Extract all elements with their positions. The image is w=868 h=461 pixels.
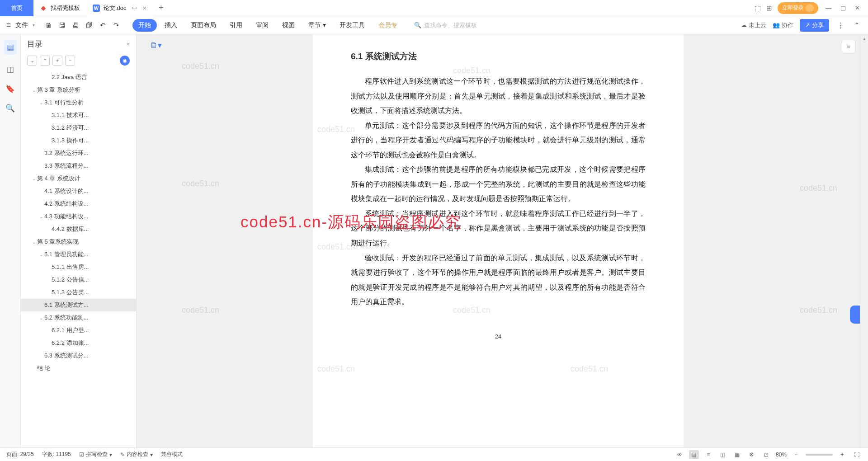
outline-icon[interactable]: ▤ xyxy=(4,40,17,55)
ribbon-tab-6[interactable]: 章节 ▾ xyxy=(302,19,332,32)
redo-icon[interactable]: ↷ xyxy=(112,20,122,30)
page-options-icon[interactable]: 🗎▾ xyxy=(150,41,162,50)
collab-button[interactable]: 👥 协作 xyxy=(773,21,793,29)
outline-item[interactable]: 3.1.3 操作可... xyxy=(21,134,136,147)
apps-icon[interactable]: ⊞ xyxy=(766,4,772,12)
outline-item[interactable]: ⌄3.1 可行性分析 xyxy=(21,96,136,109)
outline-item[interactable]: 5.1.3 公告类... xyxy=(21,286,136,299)
ribbon-icon[interactable]: 🔖 xyxy=(5,84,15,94)
print-preview-icon[interactable]: 🗐 xyxy=(85,20,94,30)
scroll-up-icon[interactable]: ▲ xyxy=(862,36,867,41)
outline-item[interactable]: 4.1 系统设计的... xyxy=(21,185,136,198)
undo-icon[interactable]: ↶ xyxy=(98,20,108,30)
zoom-slider[interactable] xyxy=(806,454,833,456)
zoom-level[interactable]: 80% xyxy=(776,452,787,458)
expand-icon[interactable]: ⌃ xyxy=(852,20,862,30)
spellcheck-button[interactable]: ☑ 拼写检查 ▾ xyxy=(79,451,112,458)
tab-home[interactable]: 首页 xyxy=(0,0,33,16)
minimize-button[interactable]: — xyxy=(824,5,833,11)
outline-item[interactable]: 6.3 系统测试分... xyxy=(21,349,136,362)
layout-icon[interactable]: ⬚ xyxy=(755,4,761,12)
template-icon: ◆ xyxy=(40,5,47,12)
page-number: 24 xyxy=(351,333,646,340)
settings-icon[interactable]: ⚙ xyxy=(747,450,757,459)
view-read-icon[interactable]: ▦ xyxy=(732,450,742,459)
remove-icon[interactable]: − xyxy=(65,56,75,66)
outline-item[interactable]: 4.2 系统结构设... xyxy=(21,198,136,210)
outline-item[interactable]: 6.2.1 用户登... xyxy=(21,324,136,337)
ribbon-tab-3[interactable]: 引用 xyxy=(224,19,248,32)
view-outline-icon[interactable]: ≡ xyxy=(703,450,713,459)
outline-item[interactable]: 4.4.2 数据库... xyxy=(21,223,136,235)
expand-all-icon[interactable]: ⌃ xyxy=(40,56,50,66)
collapse-all-icon[interactable]: ⌄ xyxy=(27,56,37,66)
maximize-button[interactable]: ▢ xyxy=(839,5,848,11)
paragraph: 系统测试：当程序测试进入到这个环节时，就意味着程序测试工作已经进行到一半了，这个… xyxy=(351,207,646,251)
login-button[interactable]: 立即登录 xyxy=(778,2,818,14)
tab-split-icon[interactable]: ▭ xyxy=(132,4,137,12)
tab-close-icon[interactable]: × xyxy=(143,4,147,12)
dropdown-icon[interactable]: ▾ xyxy=(33,23,35,28)
outline-close-icon[interactable]: × xyxy=(126,41,130,47)
outline-item[interactable]: 5.1.2 公告信... xyxy=(21,273,136,286)
ribbon-tab-7[interactable]: 开发工具 xyxy=(334,19,371,32)
file-menu[interactable]: 文件 xyxy=(15,21,28,29)
outline-item[interactable]: ⌄4.3 功能结构设... xyxy=(21,210,136,223)
outline-item[interactable]: ⌄第 3 章 系统分析 xyxy=(21,84,136,96)
outline-item[interactable]: 3.3 系统流程分... xyxy=(21,160,136,172)
outline-item[interactable]: ⌄第 4 章 系统设计 xyxy=(21,172,136,185)
watermark: code51.cn xyxy=(800,183,837,193)
view-web-icon[interactable]: ◫ xyxy=(718,450,728,459)
ribbon-tab-4[interactable]: 审阅 xyxy=(250,19,274,32)
new-doc-icon[interactable]: 🗎 xyxy=(44,20,54,30)
content-check-button[interactable]: ✎ 内容检查 ▾ xyxy=(120,451,153,458)
tab-template[interactable]: ◆ 找稻壳模板 xyxy=(33,0,86,16)
search-placeholder: 查找命令、搜索模板 xyxy=(424,21,477,29)
tab-add[interactable]: + xyxy=(153,3,169,13)
login-label: 立即登录 xyxy=(782,4,804,12)
view-page-icon[interactable]: ▤ xyxy=(689,450,699,459)
outline-item[interactable]: ⌄5.1 管理员功能... xyxy=(21,248,136,261)
format-panel-icon[interactable]: ≡ xyxy=(842,40,855,53)
outline-item[interactable]: 3.2 系统运行环... xyxy=(21,147,136,160)
share-button[interactable]: ↗ 分享 xyxy=(800,19,829,32)
fullscreen-icon[interactable]: ⛶ xyxy=(852,450,862,459)
ribbon-tab-2[interactable]: 页面布局 xyxy=(185,19,222,32)
outline-item[interactable]: 6.1 系统测试方... xyxy=(21,299,136,311)
cloud-button[interactable]: ☁ 未上云 xyxy=(741,21,766,29)
ai-icon[interactable]: ◉ xyxy=(120,56,130,66)
find-icon[interactable]: 🔍 xyxy=(5,103,15,113)
outline-item[interactable]: 3.1.2 经济可... xyxy=(21,122,136,134)
outline-item[interactable]: 2.2 Java 语言 xyxy=(21,71,136,84)
ribbon-tab-1[interactable]: 插入 xyxy=(159,19,183,32)
close-button[interactable]: ✕ xyxy=(853,5,862,11)
tab-doc[interactable]: W 论文.doc ▭ × xyxy=(86,0,153,16)
save-icon[interactable]: 🖫 xyxy=(57,20,67,30)
outline-item[interactable]: 5.1.1 出售房... xyxy=(21,261,136,273)
side-tab[interactable] xyxy=(850,306,860,324)
ribbon-tab-0[interactable]: 开始 xyxy=(132,19,157,32)
outline-item[interactable]: 结 论 xyxy=(21,362,136,375)
outline-item[interactable]: ⌄6.2 系统功能测... xyxy=(21,311,136,324)
more-icon[interactable]: ⋮ xyxy=(835,20,845,30)
menu-icon[interactable]: ≡ xyxy=(6,21,11,30)
compat-mode[interactable]: 兼容模式 xyxy=(161,451,183,458)
toolbar: ≡ 文件 ▾ 🗎 🖫 🖶 🗐 ↶ ↷ 开始插入页面布局引用审阅视图章节 ▾开发工… xyxy=(0,16,868,34)
eye-icon[interactable]: 👁 xyxy=(675,450,684,459)
outline-item[interactable]: ⌄第 5 章系统实现 xyxy=(21,235,136,248)
paragraph: 单元测试：这个部分需要涉及到程序的代码方面的知识，这个操作环节是程序的开发者进行… xyxy=(351,118,646,163)
ribbon-tab-8[interactable]: 会员专 xyxy=(373,19,403,32)
page-indicator[interactable]: 页面: 29/35 xyxy=(6,451,34,458)
outline-item[interactable]: 6.2.2 添加账... xyxy=(21,337,136,349)
zoom-out-icon[interactable]: − xyxy=(791,450,801,459)
zoom-in-icon[interactable]: + xyxy=(837,450,847,459)
ribbon-tab-5[interactable]: 视图 xyxy=(276,19,301,32)
word-count[interactable]: 字数: 11195 xyxy=(42,451,71,458)
outline-item[interactable]: 3.1.1 技术可... xyxy=(21,109,136,122)
search-box[interactable]: 🔍 查找命令、搜索模板 xyxy=(414,21,477,29)
scrollbar[interactable]: ▲ xyxy=(860,34,868,447)
bookmark-icon[interactable]: ◫ xyxy=(7,65,14,74)
print-icon[interactable]: 🖶 xyxy=(71,20,81,30)
add-icon[interactable]: + xyxy=(52,56,62,66)
zoom-fit-icon[interactable]: ⊡ xyxy=(761,450,771,459)
